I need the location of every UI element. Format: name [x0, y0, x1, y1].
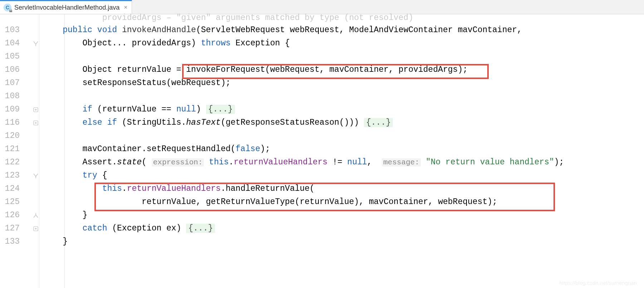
code-line[interactable]: Assert.state( expression: this.returnVal…: [39, 156, 644, 169]
line-number: 125: [0, 195, 39, 209]
line-number: 106: [0, 63, 39, 76]
fold-collapse-icon[interactable]: [33, 173, 38, 178]
param-hint: message:: [382, 158, 421, 167]
line-number: 104: [0, 37, 39, 50]
line-number: 108: [0, 90, 39, 103]
fold-expand-icon[interactable]: [33, 120, 38, 125]
watermark-text: https://blog.csdn.net/sumengnan: [559, 280, 637, 286]
code-line[interactable]: if (returnValue == null) {...}: [39, 103, 644, 116]
line-number: 121: [0, 143, 39, 156]
fold-up-icon[interactable]: [33, 213, 38, 218]
line-number: 123: [0, 169, 39, 182]
code-line[interactable]: try {: [39, 169, 644, 182]
folded-region[interactable]: {...}: [364, 118, 393, 127]
code-line[interactable]: returnValue, getReturnValueType(returnVa…: [39, 195, 644, 209]
line-number: 107: [0, 76, 39, 90]
folded-region[interactable]: {...}: [206, 105, 235, 114]
line-number: 120: [0, 129, 39, 143]
code-line[interactable]: this.returnValueHandlers.handleReturnVal…: [39, 182, 644, 195]
truncated-doc-line: providedArgs – "given" arguments matched…: [39, 16, 644, 24]
code-line[interactable]: public void invokeAndHandle(ServletWebRe…: [39, 24, 644, 37]
class-file-icon: C: [4, 4, 11, 11]
editor-area: 103 104 105 106 107 108 109 116 120 121 …: [0, 14, 644, 288]
line-number: 133: [0, 235, 39, 248]
file-tab[interactable]: C ServletInvocableHandlerMethod.java ×: [0, 0, 132, 14]
param-hint: expression:: [152, 158, 204, 167]
code-line[interactable]: mavContainer.setRequestHandled(false);: [39, 143, 644, 156]
code-line[interactable]: [39, 50, 644, 63]
line-number: 124: [0, 182, 39, 195]
code-line[interactable]: [39, 90, 644, 103]
line-number: 127: [0, 222, 39, 235]
code-line[interactable]: catch (Exception ex) {...}: [39, 222, 644, 235]
code-line[interactable]: }: [39, 235, 644, 248]
fold-expand-icon[interactable]: [33, 226, 38, 231]
line-number: 109: [0, 103, 39, 116]
line-number: 105: [0, 50, 39, 63]
tab-bar: C ServletInvocableHandlerMethod.java ×: [0, 0, 644, 14]
folded-region[interactable]: {...}: [186, 224, 215, 233]
code-line[interactable]: }: [39, 209, 644, 222]
line-number: 103: [0, 24, 39, 37]
fold-expand-icon[interactable]: [33, 107, 38, 112]
lock-icon: [9, 9, 13, 13]
line-number: 122: [0, 156, 39, 169]
code-line[interactable]: else if (StringUtils.hasText(getResponse…: [39, 116, 644, 129]
code-line[interactable]: Object returnValue = invokeForRequest(we…: [39, 63, 644, 76]
fold-collapse-icon[interactable]: [33, 41, 38, 46]
close-icon[interactable]: ×: [122, 4, 127, 11]
code-area[interactable]: providedArgs – "given" arguments matched…: [39, 14, 644, 288]
svg-rect-0: [9, 10, 12, 12]
gutter: 103 104 105 106 107 108 109 116 120 121 …: [0, 14, 39, 288]
line-number: 116: [0, 116, 39, 129]
line-number: 126: [0, 209, 39, 222]
code-line[interactable]: Object... providedArgs) throws Exception…: [39, 37, 644, 50]
code-line[interactable]: [39, 129, 644, 143]
tab-filename: ServletInvocableHandlerMethod.java: [14, 4, 119, 11]
code-line[interactable]: setResponseStatus(webRequest);: [39, 76, 644, 90]
